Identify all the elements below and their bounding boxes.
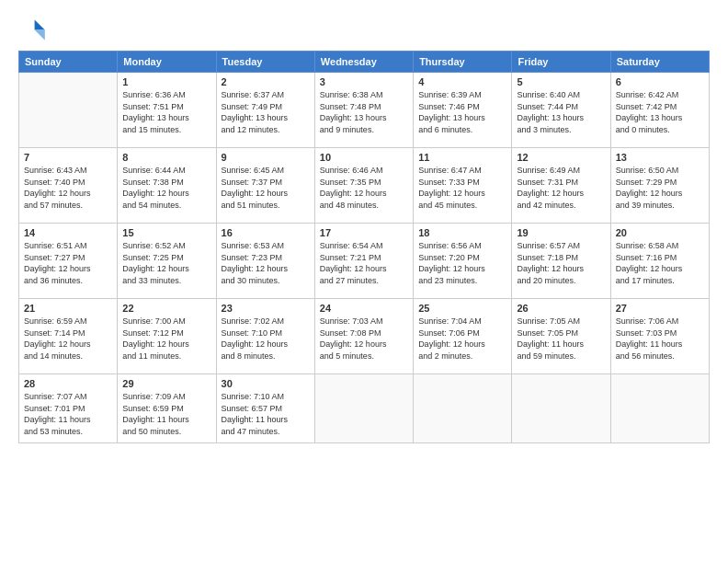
day-number: 18 [418, 227, 506, 238]
day-info: Sunrise: 6:58 AM Sunset: 7:16 PM Dayligh… [616, 240, 704, 286]
day-info: Sunrise: 7:10 AM Sunset: 6:57 PM Dayligh… [222, 391, 310, 437]
calendar-cell: 7Sunrise: 6:43 AM Sunset: 7:40 PM Daylig… [19, 148, 118, 224]
day-info: Sunrise: 7:04 AM Sunset: 7:06 PM Dayligh… [418, 316, 506, 362]
day-number: 8 [122, 152, 210, 163]
day-number: 17 [320, 227, 408, 238]
calendar-table: SundayMondayTuesdayWednesdayThursdayFrid… [18, 51, 710, 443]
calendar-cell: 16Sunrise: 6:53 AM Sunset: 7:23 PM Dayli… [216, 224, 314, 299]
day-number: 21 [24, 303, 112, 314]
day-number: 15 [122, 227, 210, 238]
day-info: Sunrise: 6:47 AM Sunset: 7:33 PM Dayligh… [418, 165, 506, 211]
day-info: Sunrise: 6:52 AM Sunset: 7:25 PM Dayligh… [122, 240, 210, 286]
calendar-cell: 19Sunrise: 6:57 AM Sunset: 7:18 PM Dayli… [512, 224, 610, 299]
day-info: Sunrise: 6:56 AM Sunset: 7:20 PM Dayligh… [418, 240, 506, 286]
day-number: 29 [122, 378, 210, 389]
calendar-cell: 2Sunrise: 6:37 AM Sunset: 7:49 PM Daylig… [216, 73, 314, 148]
day-info: Sunrise: 6:59 AM Sunset: 7:14 PM Dayligh… [24, 316, 112, 362]
weekday-header-wednesday: Wednesday [314, 52, 413, 73]
calendar-cell [314, 374, 413, 443]
calendar-cell: 23Sunrise: 7:02 AM Sunset: 7:10 PM Dayli… [216, 299, 314, 374]
day-number: 12 [517, 152, 605, 163]
svg-marker-1 [35, 30, 45, 40]
calendar-cell: 13Sunrise: 6:50 AM Sunset: 7:29 PM Dayli… [610, 148, 709, 224]
calendar-cell [19, 73, 118, 148]
day-number: 26 [517, 303, 605, 314]
day-number: 27 [616, 303, 704, 314]
day-info: Sunrise: 6:39 AM Sunset: 7:46 PM Dayligh… [418, 89, 506, 135]
week-row-4: 21Sunrise: 6:59 AM Sunset: 7:14 PM Dayli… [19, 299, 710, 374]
day-info: Sunrise: 6:44 AM Sunset: 7:38 PM Dayligh… [122, 165, 210, 211]
day-info: Sunrise: 6:54 AM Sunset: 7:21 PM Dayligh… [320, 240, 408, 286]
day-number: 1 [122, 76, 210, 87]
svg-marker-0 [35, 19, 45, 29]
day-info: Sunrise: 6:37 AM Sunset: 7:49 PM Dayligh… [222, 89, 310, 135]
calendar-cell: 6Sunrise: 6:42 AM Sunset: 7:42 PM Daylig… [610, 73, 709, 148]
calendar-cell: 22Sunrise: 7:00 AM Sunset: 7:12 PM Dayli… [118, 299, 216, 374]
day-number: 14 [24, 227, 112, 238]
calendar-cell: 29Sunrise: 7:09 AM Sunset: 6:59 PM Dayli… [118, 374, 216, 443]
week-row-3: 14Sunrise: 6:51 AM Sunset: 7:27 PM Dayli… [19, 224, 710, 299]
calendar-cell: 14Sunrise: 6:51 AM Sunset: 7:27 PM Dayli… [19, 224, 118, 299]
calendar-cell: 28Sunrise: 7:07 AM Sunset: 7:01 PM Dayli… [19, 374, 118, 443]
calendar-cell: 5Sunrise: 6:40 AM Sunset: 7:44 PM Daylig… [512, 73, 610, 148]
calendar-cell: 20Sunrise: 6:58 AM Sunset: 7:16 PM Dayli… [610, 224, 709, 299]
day-number: 7 [24, 152, 112, 163]
week-row-5: 28Sunrise: 7:07 AM Sunset: 7:01 PM Dayli… [19, 374, 710, 443]
day-info: Sunrise: 6:42 AM Sunset: 7:42 PM Dayligh… [616, 89, 704, 135]
calendar-cell: 17Sunrise: 6:54 AM Sunset: 7:21 PM Dayli… [314, 224, 413, 299]
day-info: Sunrise: 7:09 AM Sunset: 6:59 PM Dayligh… [122, 391, 210, 437]
day-info: Sunrise: 6:43 AM Sunset: 7:40 PM Dayligh… [24, 165, 112, 211]
day-info: Sunrise: 6:40 AM Sunset: 7:44 PM Dayligh… [517, 89, 605, 135]
week-row-2: 7Sunrise: 6:43 AM Sunset: 7:40 PM Daylig… [19, 148, 710, 224]
day-info: Sunrise: 6:53 AM Sunset: 7:23 PM Dayligh… [222, 240, 310, 286]
day-number: 28 [24, 378, 112, 389]
calendar-cell [512, 374, 610, 443]
day-number: 9 [222, 152, 310, 163]
day-info: Sunrise: 6:38 AM Sunset: 7:48 PM Dayligh… [320, 89, 408, 135]
calendar-cell: 8Sunrise: 6:44 AM Sunset: 7:38 PM Daylig… [118, 148, 216, 224]
page: SundayMondayTuesdayWednesdayThursdayFrid… [0, 0, 728, 563]
weekday-header-saturday: Saturday [610, 52, 709, 73]
day-number: 30 [222, 378, 310, 389]
calendar-cell: 11Sunrise: 6:47 AM Sunset: 7:33 PM Dayli… [414, 148, 512, 224]
day-info: Sunrise: 7:03 AM Sunset: 7:08 PM Dayligh… [320, 316, 408, 362]
day-number: 24 [320, 303, 408, 314]
day-info: Sunrise: 6:51 AM Sunset: 7:27 PM Dayligh… [24, 240, 112, 286]
calendar-cell [610, 374, 709, 443]
calendar-cell: 26Sunrise: 7:05 AM Sunset: 7:05 PM Dayli… [512, 299, 610, 374]
logo-icon [18, 14, 48, 43]
day-number: 20 [616, 227, 704, 238]
day-number: 3 [320, 76, 408, 87]
day-number: 22 [122, 303, 210, 314]
calendar-cell: 27Sunrise: 7:06 AM Sunset: 7:03 PM Dayli… [610, 299, 709, 374]
day-number: 10 [320, 152, 408, 163]
day-number: 5 [517, 76, 605, 87]
day-info: Sunrise: 7:00 AM Sunset: 7:12 PM Dayligh… [122, 316, 210, 362]
weekday-header-tuesday: Tuesday [216, 52, 314, 73]
day-number: 6 [616, 76, 704, 87]
day-number: 25 [418, 303, 506, 314]
header [18, 14, 710, 43]
weekday-header-row: SundayMondayTuesdayWednesdayThursdayFrid… [19, 52, 710, 73]
day-number: 11 [418, 152, 506, 163]
day-info: Sunrise: 7:06 AM Sunset: 7:03 PM Dayligh… [616, 316, 704, 362]
day-info: Sunrise: 7:05 AM Sunset: 7:05 PM Dayligh… [517, 316, 605, 362]
calendar-cell: 24Sunrise: 7:03 AM Sunset: 7:08 PM Dayli… [314, 299, 413, 374]
calendar-cell: 15Sunrise: 6:52 AM Sunset: 7:25 PM Dayli… [118, 224, 216, 299]
day-number: 13 [616, 152, 704, 163]
weekday-header-friday: Friday [512, 52, 610, 73]
day-info: Sunrise: 6:45 AM Sunset: 7:37 PM Dayligh… [222, 165, 310, 211]
week-row-1: 1Sunrise: 6:36 AM Sunset: 7:51 PM Daylig… [19, 73, 710, 148]
day-number: 23 [222, 303, 310, 314]
logo [18, 14, 51, 43]
day-info: Sunrise: 7:02 AM Sunset: 7:10 PM Dayligh… [222, 316, 310, 362]
day-number: 4 [418, 76, 506, 87]
day-info: Sunrise: 6:46 AM Sunset: 7:35 PM Dayligh… [320, 165, 408, 211]
calendar-cell: 1Sunrise: 6:36 AM Sunset: 7:51 PM Daylig… [118, 73, 216, 148]
day-number: 16 [222, 227, 310, 238]
day-info: Sunrise: 6:49 AM Sunset: 7:31 PM Dayligh… [517, 165, 605, 211]
day-info: Sunrise: 6:36 AM Sunset: 7:51 PM Dayligh… [122, 89, 210, 135]
calendar-cell: 12Sunrise: 6:49 AM Sunset: 7:31 PM Dayli… [512, 148, 610, 224]
day-info: Sunrise: 6:57 AM Sunset: 7:18 PM Dayligh… [517, 240, 605, 286]
day-number: 19 [517, 227, 605, 238]
